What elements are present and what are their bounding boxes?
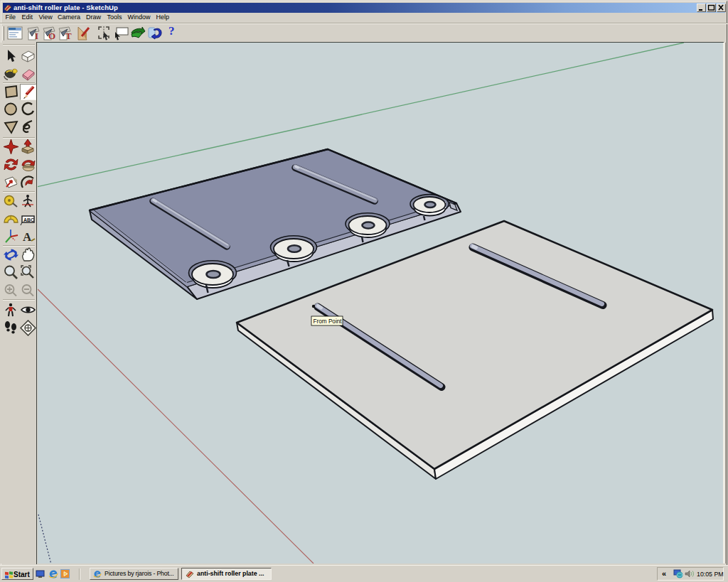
- svg-text:From Point: From Point: [314, 318, 343, 325]
- svg-text:O: O: [48, 31, 55, 41]
- svg-text:ABC: ABC: [23, 217, 34, 222]
- svg-text:A: A: [23, 230, 32, 244]
- svg-text:T: T: [65, 31, 72, 41]
- svg-text:I: I: [35, 31, 38, 41]
